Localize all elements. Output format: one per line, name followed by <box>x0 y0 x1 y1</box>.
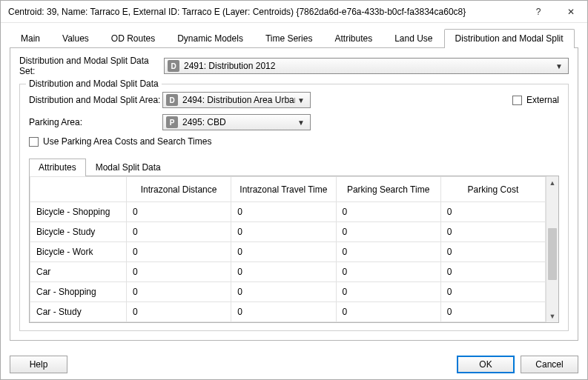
inner-tabstrip: Attributes Modal Split Data <box>29 159 559 176</box>
scroll-down-icon: ▼ <box>546 310 558 322</box>
attributes-table: Intrazonal Distance Intrazonal Travel Ti… <box>30 176 546 322</box>
table-row[interactable]: Bicycle - Work0000 <box>30 242 546 262</box>
cell[interactable]: 0 <box>231 262 336 282</box>
tab-dynamic-models[interactable]: Dynamic Models <box>166 29 254 48</box>
vertical-scrollbar[interactable]: ▲ ▼ <box>546 176 558 322</box>
parking-row: Parking Area: P 2495: CBD ▼ <box>29 114 559 130</box>
use-parking-costs-label: Use Parking Area Costs and Search Times <box>43 136 211 147</box>
footer-spacer <box>73 356 451 373</box>
dataset-label: Distribution and Modal Split Data Set: <box>19 56 164 76</box>
dataset-value: 2491: Distribution 2012 <box>184 61 565 71</box>
col-parking-search-time[interactable]: Parking Search Time <box>336 177 440 202</box>
cell[interactable]: 0 <box>127 202 231 222</box>
help-icon: ? <box>536 7 541 17</box>
table-row[interactable]: Car0000 <box>30 262 546 282</box>
cell[interactable]: 0 <box>231 282 336 302</box>
col-intrazonal-distance[interactable]: Intrazonal Distance <box>127 177 231 202</box>
tab-attributes[interactable]: Attributes <box>323 29 383 48</box>
use-parking-costs-checkbox[interactable]: Use Parking Area Costs and Search Times <box>29 136 211 147</box>
main-tabstrip: Main Values OD Routes Dynamic Models Tim… <box>10 29 578 48</box>
col-parking-cost[interactable]: Parking Cost <box>440 177 545 202</box>
close-button[interactable]: ✕ <box>555 1 587 22</box>
cell[interactable]: 0 <box>336 202 440 222</box>
row-header: Car - Study <box>30 302 127 322</box>
cell[interactable]: 0 <box>127 302 231 322</box>
tab-land-use[interactable]: Land Use <box>383 29 443 48</box>
chevron-down-icon: ▼ <box>295 119 307 127</box>
cell[interactable]: 0 <box>231 222 336 242</box>
area-combo[interactable]: D 2494: Distribution Area Urban ▼ <box>162 92 311 108</box>
dataset-combo[interactable]: D 2491: Distribution 2012 ▼ <box>164 58 569 74</box>
inner-tab-attributes[interactable]: Attributes <box>29 159 86 176</box>
window-title: Centroid: 39, Name: Tarraco E, External … <box>8 7 522 17</box>
checkbox-box-icon <box>29 137 39 147</box>
parking-value: 2495: CBD <box>182 117 295 127</box>
table-row[interactable]: Bicycle - Shopping0000 <box>30 202 546 222</box>
cell[interactable]: 0 <box>440 222 545 242</box>
table-row[interactable]: Car - Study0000 <box>30 302 546 322</box>
cell[interactable]: 0 <box>440 202 545 222</box>
help-button[interactable]: ? <box>522 1 555 22</box>
help-button[interactable]: Help <box>10 356 67 373</box>
tab-main[interactable]: Main <box>10 29 51 48</box>
table-header-row: Intrazonal Distance Intrazonal Travel Ti… <box>30 177 546 202</box>
tab-time-series[interactable]: Time Series <box>254 29 324 48</box>
tab-od-routes[interactable]: OD Routes <box>100 29 166 48</box>
row-header: Bicycle - Study <box>30 222 127 242</box>
dataset-row: Distribution and Modal Split Data Set: D… <box>19 56 569 76</box>
external-checkbox[interactable]: External <box>512 95 559 105</box>
cell[interactable]: 0 <box>231 302 336 322</box>
area-icon: D <box>166 94 178 106</box>
tab-content: Distribution and Modal Split Data Set: D… <box>10 48 578 341</box>
row-header: Car - Shopping <box>30 282 127 302</box>
area-row: Distribution and Modal Split Area: D 249… <box>29 92 559 108</box>
scroll-thumb[interactable] <box>548 228 557 280</box>
cancel-button[interactable]: Cancel <box>521 356 578 373</box>
dialog-window: Centroid: 39, Name: Tarraco E, External … <box>0 0 588 380</box>
inner-tab-modal-split-data[interactable]: Modal Split Data <box>86 159 171 176</box>
cell[interactable]: 0 <box>127 262 231 282</box>
table-row[interactable]: Car - Shopping0000 <box>30 282 546 302</box>
external-label: External <box>526 95 559 105</box>
cell[interactable]: 0 <box>127 282 231 302</box>
row-header: Bicycle - Work <box>30 242 127 262</box>
checkbox-box-icon <box>512 96 522 105</box>
cell[interactable]: 0 <box>336 262 440 282</box>
cell[interactable]: 0 <box>440 282 545 302</box>
table-scroll: Intrazonal Distance Intrazonal Travel Ti… <box>30 176 546 322</box>
parking-icon: P <box>166 116 178 128</box>
tab-values[interactable]: Values <box>51 29 100 48</box>
cell[interactable]: 0 <box>336 282 440 302</box>
cell[interactable]: 0 <box>440 302 545 322</box>
use-parking-row: Use Parking Area Costs and Search Times <box>29 136 559 147</box>
cell[interactable]: 0 <box>127 222 231 242</box>
close-icon: ✕ <box>567 7 575 17</box>
cell[interactable]: 0 <box>336 302 440 322</box>
cell[interactable]: 0 <box>231 202 336 222</box>
table-row[interactable]: Bicycle - Study0000 <box>30 222 546 242</box>
tab-distribution-modal-split[interactable]: Distribution and Modal Split <box>444 29 575 48</box>
dataset-icon: D <box>168 60 179 72</box>
dialog-body: Main Values OD Routes Dynamic Models Tim… <box>1 23 587 348</box>
area-label: Distribution and Modal Split Area: <box>29 95 162 105</box>
cell[interactable]: 0 <box>336 222 440 242</box>
table-corner <box>30 177 127 202</box>
parking-combo[interactable]: P 2495: CBD ▼ <box>162 114 311 130</box>
chevron-down-icon: ▼ <box>295 96 307 104</box>
area-value: 2494: Distribution Area Urban <box>182 95 295 105</box>
cell[interactable]: 0 <box>336 242 440 262</box>
scroll-up-icon: ▲ <box>546 176 558 189</box>
cell[interactable]: 0 <box>440 262 545 282</box>
row-header: Bicycle - Shopping <box>30 202 127 222</box>
cell[interactable]: 0 <box>127 242 231 262</box>
parking-label: Parking Area: <box>29 117 162 127</box>
row-header: Car <box>30 262 127 282</box>
cell[interactable]: 0 <box>440 242 545 262</box>
table-container: Intrazonal Distance Intrazonal Travel Ti… <box>29 176 559 323</box>
cell[interactable]: 0 <box>231 242 336 262</box>
data-fieldset: Distribution and Modal Split Data Distri… <box>19 84 569 331</box>
ok-button[interactable]: OK <box>457 356 515 373</box>
col-intrazonal-travel-time[interactable]: Intrazonal Travel Time <box>231 177 336 202</box>
titlebar: Centroid: 39, Name: Tarraco E, External … <box>1 1 587 23</box>
dialog-footer: Help OK Cancel <box>1 348 587 380</box>
